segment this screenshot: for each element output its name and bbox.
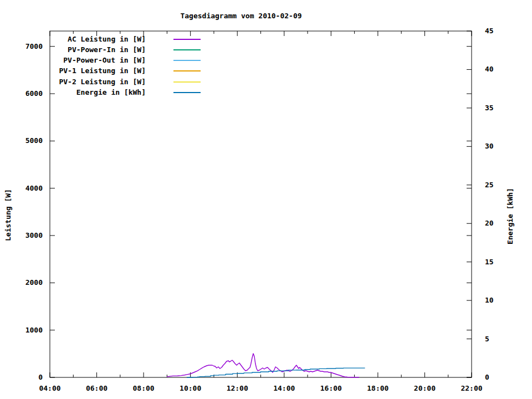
x-tick-label: 16:00 — [311, 384, 350, 393]
legend-item-pv2-leistung: PV-2 Leistung in [W] — [11, 78, 146, 86]
legend-item-pv-power-out: PV-Power-Out in [W] — [11, 56, 146, 65]
legend-line-sample-pv-power-out — [173, 60, 201, 61]
x-tick-label: 14:00 — [265, 384, 304, 393]
y2-tick-label: 25 — [485, 181, 507, 190]
legend-line-sample-energie — [173, 92, 201, 93]
legend-line-sample-ac-leistung — [173, 39, 201, 40]
y1-tick-label: 2000 — [9, 278, 43, 287]
y2-tick-label: 45 — [485, 27, 507, 35]
y2-tick-label: 15 — [485, 258, 507, 267]
y1-tick-label: 5000 — [9, 136, 43, 145]
x-tick-label: 18:00 — [359, 384, 397, 393]
y2-tick-label: 0 — [485, 373, 507, 382]
x-tick-label: 04:00 — [30, 384, 69, 393]
x-tick-label: 08:00 — [124, 384, 163, 393]
legend-line-sample-pv1-leistung — [173, 70, 201, 71]
y2-tick-label: 30 — [485, 142, 507, 151]
x-tick-label: 22:00 — [452, 384, 491, 393]
x-tick-label: 06:00 — [78, 384, 116, 393]
series-line-energie-in-kwh — [187, 368, 365, 377]
legend-line-sample-pv2-leistung — [173, 81, 201, 83]
y2-tick-label: 35 — [485, 104, 507, 112]
y1-tick-label: 0 — [9, 373, 43, 382]
y1-tick-label: 3000 — [9, 231, 43, 240]
legend-line-sample-pv-power-in — [173, 49, 201, 50]
y2-tick-label: 40 — [485, 65, 507, 74]
x-tick-label: 20:00 — [405, 384, 444, 393]
x-tick-label: 12:00 — [218, 384, 257, 393]
chart: Tagesdiagramm vom 2010-02-09 Leistung [W… — [0, 0, 532, 399]
y1-tick-label: 4000 — [9, 184, 43, 193]
y2-tick-label: 10 — [485, 296, 507, 305]
y1-tick-label: 1000 — [9, 326, 43, 335]
legend-item-ac-leistung: AC Leistung in [W] — [11, 35, 146, 44]
legend-item-pv-power-in: PV-Power-In in [W] — [11, 45, 146, 54]
series-line-ac-leistung-in-w — [167, 354, 359, 377]
y2-tick-label: 5 — [485, 335, 507, 344]
y2-tick-label: 20 — [485, 219, 507, 228]
x-tick-label: 10:00 — [171, 384, 210, 393]
legend-item-pv1-leistung: PV-1 Leistung in [W] — [11, 66, 146, 75]
legend-item-energie: Energie in [kWh] — [11, 88, 146, 97]
